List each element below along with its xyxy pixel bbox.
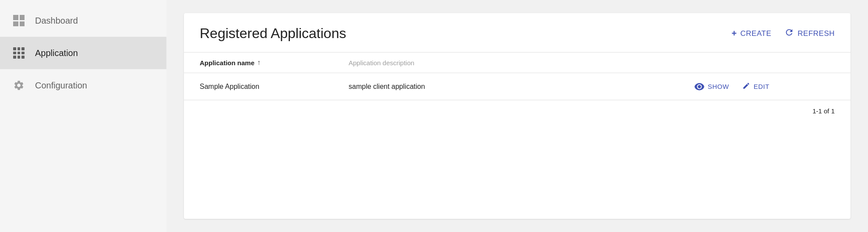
dashboard-icon [12,14,25,27]
eye-icon [695,83,704,90]
content-card: Registered Applications + CREATE REFRESH [184,13,850,219]
pencil-icon [742,82,750,91]
row-app-description: sample client application [349,83,695,91]
refresh-button[interactable]: REFRESH [784,28,835,39]
show-label: SHOW [708,83,729,90]
card-header: Registered Applications + CREATE REFRESH [184,13,850,52]
edit-label: EDIT [754,83,769,90]
sidebar: Dashboard Application Configuration [0,0,166,232]
refresh-label: REFRESH [797,29,835,38]
refresh-icon [784,28,794,39]
sidebar-item-application-label: Application [35,48,78,58]
row-app-name: Sample Application [200,83,349,91]
edit-button[interactable]: EDIT [742,82,769,91]
table-footer: 1-1 of 1 [184,100,850,122]
plus-icon: + [731,28,737,39]
gear-icon [12,79,25,92]
pagination-info: 1-1 of 1 [812,107,835,115]
table-row: Sample Application sample client applica… [184,73,850,100]
column-desc-label: Application description [349,59,414,67]
sort-arrow-icon[interactable]: ↑ [257,59,261,67]
page-title: Registered Applications [200,25,731,42]
column-header-name: Application name ↑ [200,59,349,67]
app-icon [12,46,25,60]
column-header-description: Application description [349,59,695,67]
sidebar-item-application[interactable]: Application [0,37,166,69]
sidebar-item-dashboard-label: Dashboard [35,16,78,26]
column-name-label: Application name [200,59,254,67]
row-actions: SHOW EDIT [695,82,835,91]
main-content: Registered Applications + CREATE REFRESH [166,0,868,232]
create-label: CREATE [741,29,772,38]
sidebar-item-configuration-label: Configuration [35,81,87,91]
applications-table: Application name ↑ Application descripti… [184,52,850,219]
sidebar-item-dashboard[interactable]: Dashboard [0,4,166,37]
sidebar-item-configuration[interactable]: Configuration [0,69,166,102]
create-button[interactable]: + CREATE [731,28,771,39]
header-actions: + CREATE REFRESH [731,28,835,39]
show-button[interactable]: SHOW [695,83,729,90]
table-header: Application name ↑ Application descripti… [184,52,850,73]
